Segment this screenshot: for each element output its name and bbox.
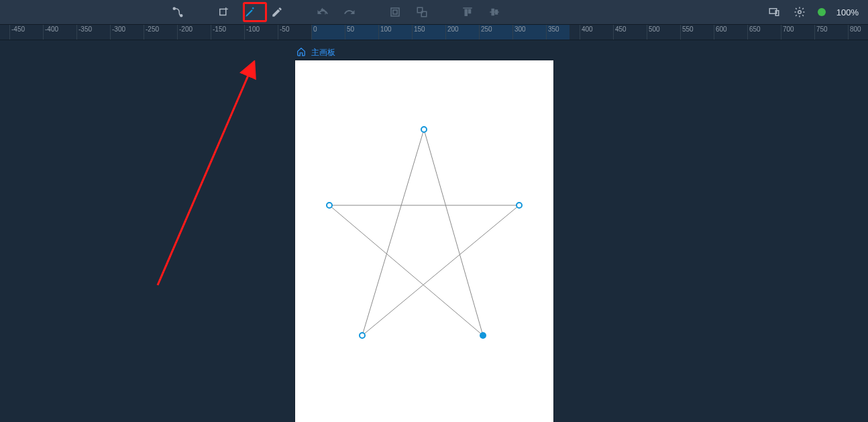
path-anchor-point[interactable] — [517, 203, 522, 208]
ruler-tick-label: 50 — [347, 25, 354, 33]
pencil-tool-icon[interactable] — [270, 5, 284, 19]
home-icon — [296, 47, 306, 58]
ruler-tick-label: -300 — [112, 25, 125, 33]
ruler-tick-label: 750 — [816, 25, 828, 33]
ungroup-icon[interactable] — [415, 5, 429, 19]
svg-rect-2 — [220, 9, 226, 15]
ruler-tick-label: 250 — [481, 25, 492, 33]
ruler-tick-label: -250 — [146, 25, 159, 33]
ruler-tick-label: -100 — [246, 25, 260, 33]
svg-point-13 — [798, 11, 802, 14]
ruler-tick-label: 550 — [682, 25, 694, 33]
path-anchor-point[interactable] — [421, 127, 427, 132]
ruler-tick-label: 200 — [447, 25, 459, 33]
path-anchor-point[interactable] — [360, 333, 365, 338]
svg-rect-9 — [492, 9, 494, 15]
ruler-tick-label: 150 — [414, 25, 425, 33]
ruler-tick-label: 400 — [582, 25, 593, 33]
device-preview-icon[interactable] — [767, 5, 781, 19]
connector-tool-icon[interactable] — [170, 5, 185, 19]
ruler-tick-label: 450 — [615, 25, 627, 33]
path-anchor-point[interactable] — [480, 332, 486, 339]
ruler-tick-label: -150 — [213, 25, 226, 33]
svg-rect-10 — [496, 10, 498, 14]
ruler-tick-label: -350 — [78, 25, 92, 33]
ruler-tick-label: 0 — [313, 25, 317, 33]
breadcrumb-label: 主画板 — [311, 47, 335, 58]
horizontal-ruler[interactable]: -450-400-350-300-250-200-150-100-5005010… — [0, 24, 868, 40]
ruler-tick-label: 350 — [548, 25, 559, 33]
pen-tool-icon[interactable] — [243, 5, 258, 19]
svg-point-0 — [173, 7, 175, 9]
ruler-tick-label: 500 — [649, 25, 660, 33]
ruler-tick-label: -400 — [45, 25, 58, 33]
svg-rect-7 — [465, 9, 467, 15]
star-path[interactable] — [295, 60, 553, 422]
redo-icon[interactable] — [342, 5, 357, 19]
svg-rect-3 — [391, 8, 399, 16]
ruler-tick-label: 700 — [783, 25, 794, 33]
ruler-tick-label: 600 — [716, 25, 727, 33]
svg-rect-4 — [393, 10, 397, 14]
ruler-tick-label: 100 — [380, 25, 392, 33]
path-anchor-point[interactable] — [327, 203, 332, 208]
ruler-tick-label: -200 — [179, 25, 193, 33]
ruler-tick-label: 800 — [850, 25, 861, 33]
connection-status-icon — [818, 8, 826, 16]
undo-icon[interactable] — [315, 5, 330, 19]
annotation-arrow — [154, 60, 262, 288]
ruler-tick-label: 650 — [749, 25, 761, 33]
canvas-area[interactable]: 主画板 — [0, 40, 868, 422]
align-top-icon[interactable] — [460, 5, 475, 19]
ruler-tick-label: 300 — [514, 25, 526, 33]
zoom-value[interactable]: 100% — [836, 7, 859, 17]
settings-icon[interactable] — [792, 5, 807, 19]
svg-rect-8 — [469, 9, 471, 13]
group-icon[interactable] — [388, 5, 402, 19]
ruler-tick-label: -50 — [280, 25, 289, 33]
svg-line-14 — [158, 63, 254, 285]
artboard[interactable] — [295, 60, 553, 422]
breadcrumb[interactable]: 主画板 — [296, 47, 335, 58]
artboard-tool-icon[interactable] — [216, 5, 231, 19]
toolbar: 100% — [0, 0, 868, 24]
ruler-tick-label: -450 — [11, 25, 25, 33]
align-middle-icon[interactable] — [487, 5, 502, 19]
